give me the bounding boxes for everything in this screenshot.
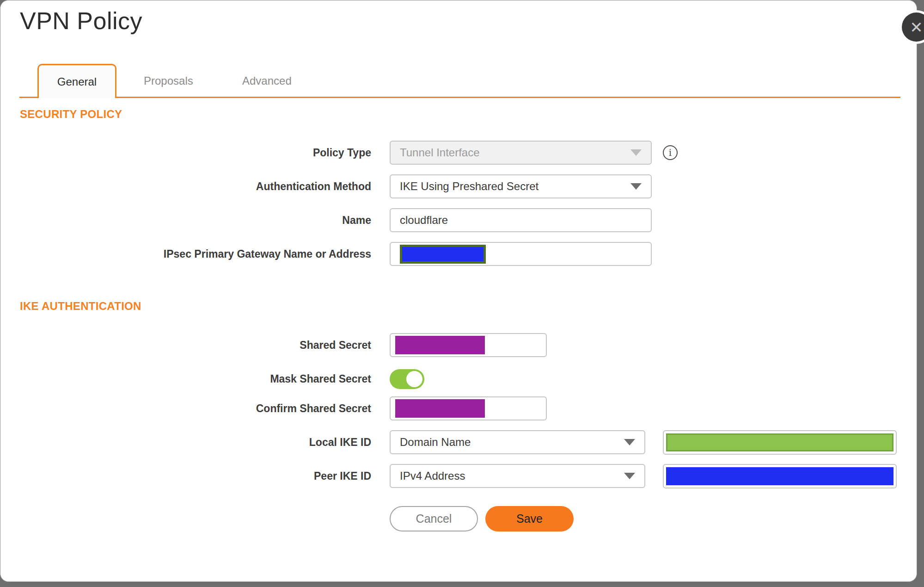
section-security-policy: SECURITY POLICY [20, 108, 918, 120]
authentication-method-label: Authentication Method [0, 180, 371, 193]
chevron-down-icon [630, 149, 642, 156]
confirm-shared-secret-redacted-value [395, 399, 485, 418]
name-input[interactable]: cloudflare [390, 208, 652, 232]
save-button[interactable]: Save [485, 506, 574, 531]
security-policy-form: Policy Type Tunnel Interface i Authentic… [0, 141, 918, 266]
tab-general-label: General [57, 75, 97, 88]
action-buttons: Cancel Save [390, 506, 918, 531]
section-ike-authentication: IKE AUTHENTICATION [20, 300, 918, 312]
tab-general[interactable]: General [37, 64, 116, 98]
shared-secret-input[interactable] [390, 333, 547, 357]
tab-advanced[interactable]: Advanced [242, 64, 292, 98]
peer-ike-id-type-value: IPv4 Address [400, 470, 465, 482]
chevron-down-icon [630, 183, 642, 190]
mask-shared-secret-label: Mask Shared Secret [0, 373, 371, 385]
local-ike-id-redacted-value [666, 433, 893, 451]
tab-panel-general: SECURITY POLICY Policy Type Tunnel Inter… [0, 98, 918, 531]
local-ike-id-select[interactable]: Domain Name [390, 430, 645, 454]
tab-proposals[interactable]: Proposals [144, 64, 193, 98]
tab-bar: General Proposals Advanced [0, 64, 918, 98]
peer-ike-id-input[interactable] [663, 464, 897, 488]
authentication-method-select[interactable]: IKE Using Preshared Secret [390, 174, 652, 198]
policy-type-select: Tunnel Interface [390, 141, 652, 165]
mask-shared-secret-toggle[interactable] [390, 369, 424, 389]
gateway-redacted-value [400, 245, 486, 264]
tab-proposals-label: Proposals [144, 74, 193, 87]
peer-ike-id-row: Peer IKE ID IPv4 Address [0, 464, 918, 488]
page-title: VPN Policy [20, 7, 142, 35]
peer-ike-id-label: Peer IKE ID [0, 470, 371, 482]
policy-type-value: Tunnel Interface [400, 146, 480, 159]
cancel-button[interactable]: Cancel [390, 506, 478, 531]
shared-secret-label: Shared Secret [0, 339, 371, 352]
modal-backdrop: { "modal": { "title": "VPN Policy" }, "i… [0, 0, 924, 587]
peer-ike-id-redacted-value [666, 467, 893, 485]
vpn-policy-dialog: VPN Policy General Proposals Advanced SE… [0, 0, 917, 582]
local-ike-id-input[interactable] [663, 430, 897, 455]
authentication-method-value: IKE Using Preshared Secret [400, 180, 538, 193]
chevron-down-icon [624, 473, 635, 479]
tab-advanced-label: Advanced [242, 74, 292, 87]
mask-shared-secret-row: Mask Shared Secret [0, 367, 918, 391]
local-ike-id-row: Local IKE ID Domain Name [0, 430, 918, 454]
shared-secret-redacted-value [395, 336, 485, 354]
gateway-label: IPsec Primary Gateway Name or Address [0, 248, 371, 260]
confirm-shared-secret-input[interactable] [390, 396, 547, 420]
toggle-knob [406, 371, 422, 387]
policy-type-label: Policy Type [0, 147, 371, 159]
name-row: Name cloudflare [0, 208, 918, 232]
ike-authentication-form: Shared Secret Mask Shared Secret Confirm… [0, 333, 918, 531]
gateway-row: IPsec Primary Gateway Name or Address [0, 242, 918, 266]
authentication-method-row: Authentication Method IKE Using Preshare… [0, 174, 918, 198]
local-ike-id-type-value: Domain Name [400, 436, 471, 449]
info-icon[interactable]: i [663, 145, 678, 160]
local-ike-id-label: Local IKE ID [0, 436, 371, 449]
confirm-shared-secret-row: Confirm Shared Secret [0, 396, 918, 420]
confirm-shared-secret-label: Confirm Shared Secret [0, 402, 371, 415]
peer-ike-id-select[interactable]: IPv4 Address [390, 464, 645, 488]
chevron-down-icon [624, 439, 635, 445]
name-label: Name [0, 214, 371, 227]
gateway-input[interactable] [390, 242, 652, 266]
name-value: cloudflare [400, 214, 448, 227]
policy-type-row: Policy Type Tunnel Interface i [0, 141, 918, 165]
shared-secret-row: Shared Secret [0, 333, 918, 357]
